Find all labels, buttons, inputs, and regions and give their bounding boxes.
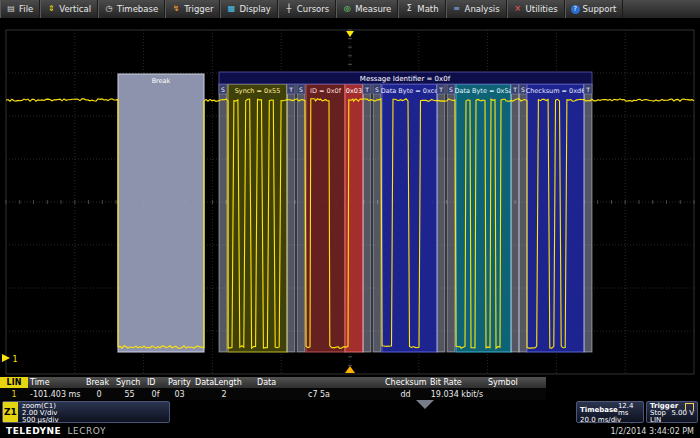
trigger-top-marker-icon <box>346 31 354 37</box>
decode-field-label: Data Byte = 0x5a <box>454 87 512 95</box>
menu-item-label: Timebase <box>117 4 158 14</box>
table-cell-checksum: dd <box>383 388 428 400</box>
decode-field-box <box>456 84 511 352</box>
brand-secondary: LECROY <box>68 426 106 436</box>
trigger-time-marker-icon <box>345 366 355 373</box>
zoom-panel[interactable]: Z1 zoom(C1) 2.00 V/div 500 µs/div <box>2 401 170 423</box>
decode-marker-label: T <box>288 86 293 93</box>
decode-table-header: LINTimeBreakSynchIDParityDataLengthDataC… <box>0 377 546 388</box>
menu-item-label: Vertical <box>59 4 91 14</box>
cursors-icon: ┼ <box>284 5 294 13</box>
waveform-display[interactable]: BreakSSynch = 0x55TSID = 0x0f0x03TSData … <box>0 18 700 377</box>
display-icon: ▦ <box>226 5 236 13</box>
table-cell-break: 0 <box>84 388 114 400</box>
decode-marker-label: S <box>299 86 303 93</box>
table-header-datalength: DataLength <box>193 377 255 388</box>
decode-field-box <box>306 84 345 352</box>
trigger-source: LIN <box>650 417 661 424</box>
menu-item-timebase[interactable]: ◷Timebase <box>98 0 165 18</box>
menu-item-support[interactable]: ?Support <box>565 0 624 18</box>
trigger-icon: ↯ <box>171 5 181 13</box>
menu-item-label: Display <box>239 4 270 14</box>
menu-item-label: Math <box>417 4 438 14</box>
decode-marker-label: T <box>512 86 517 93</box>
table-header-id: ID <box>145 377 166 388</box>
decode-marker <box>584 84 592 352</box>
channel1-marker-label: 1 <box>12 355 17 364</box>
decode-marker <box>297 84 305 352</box>
menu-item-file[interactable]: ▤File <box>0 0 40 18</box>
timebase-title: Timebase <box>580 407 618 414</box>
table-header-parity: Parity <box>166 377 193 388</box>
decode-field-label: ID = 0x0f <box>310 87 342 95</box>
table-cell-id: 0f <box>145 388 166 400</box>
decode-marker-label: T <box>364 86 369 93</box>
menu-item-analysis[interactable]: ≡Analysis <box>446 0 507 18</box>
table-cell-parity: 03 <box>166 388 193 400</box>
table-header-symbol: Symbol <box>486 377 546 388</box>
menu-item-utilities[interactable]: ×Utilities <box>507 0 565 18</box>
table-header-bit-rate: Bit Rate <box>428 377 486 388</box>
table-header-checksum: Checksum <box>383 377 428 388</box>
table-cell-datalength: 2 <box>193 388 255 400</box>
timebase-offset: 12.4 ms <box>618 403 640 417</box>
file-icon: ▤ <box>6 5 16 13</box>
math-icon: Σ <box>404 5 414 13</box>
menu-item-display[interactable]: ▦Display <box>220 0 277 18</box>
table-cell-synch: 55 <box>114 388 145 400</box>
menu-item-vertical[interactable]: ⇕Vertical <box>40 0 98 18</box>
table-cell-symbol <box>486 388 546 400</box>
decode-marker <box>373 84 381 352</box>
vertical-icon: ⇕ <box>46 5 56 13</box>
menu-bar: ▤File⇕Vertical◷Timebase↯Trigger▦Display┼… <box>0 0 700 19</box>
decode-marker <box>219 84 227 352</box>
trigger-panel[interactable]: Trigger Stop 5.00 V LIN <box>646 401 698 423</box>
table-header-break: Break <box>84 377 114 388</box>
support-icon: ? <box>571 5 580 14</box>
menu-item-label: Trigger <box>184 4 213 14</box>
decode-field-label: Checksum = 0xd6 <box>526 87 586 95</box>
menu-item-label: Cursors <box>297 4 329 14</box>
utilities-icon: × <box>513 5 523 13</box>
menu-item-cursors[interactable]: ┼Cursors <box>278 0 336 18</box>
menu-item-label: Measure <box>355 4 391 14</box>
trigger-level: 5.00 V <box>671 410 694 417</box>
menu-item-label: File <box>19 4 33 14</box>
table-cell-bitrate: 19.034 kbit/s <box>428 388 486 400</box>
brand-logo: TELEDYNE LECROY <box>6 426 106 436</box>
footer-bar: TELEDYNE LECROY 1/2/2014 3:44:02 PM <box>0 424 700 438</box>
decode-marker <box>287 84 295 352</box>
table-header-data: Data <box>255 377 383 388</box>
decode-marker-label: S <box>375 86 379 93</box>
menu-item-measure[interactable]: ◎Measure <box>336 0 398 18</box>
decode-marker <box>363 84 371 352</box>
message-identifier-label: Message Identifier = 0x0f <box>360 75 451 83</box>
decode-marker-label: S <box>521 86 525 93</box>
oscilloscope-app: ▤File⇕Vertical◷Timebase↯Trigger▦Display┼… <box>0 0 700 438</box>
decode-field-label: Data Byte = 0xce <box>381 87 438 95</box>
timebase-icon: ◷ <box>104 5 114 13</box>
decode-marker-label: T <box>438 86 443 93</box>
decode-marker <box>437 84 445 352</box>
decode-field-label: Synch = 0x55 <box>235 87 281 95</box>
timebase-panel[interactable]: Timebase 12.4 ms 20.0 ms/div 1 MS 5 MS/s <box>576 401 644 423</box>
analysis-icon: ≡ <box>452 5 462 13</box>
menu-item-label: Analysis <box>465 4 500 14</box>
table-header-time: Time <box>28 377 84 388</box>
decode-field-label: Break <box>152 77 171 85</box>
waveform-svg: BreakSSynch = 0x55TSID = 0x0f0x03TSData … <box>0 18 700 377</box>
decode-field-label: 0x03 <box>346 87 362 95</box>
decode-table: LINTimeBreakSynchIDParityDataLengthDataC… <box>0 377 546 400</box>
datetime-label: 1/2/2014 3:44:02 PM <box>610 427 694 436</box>
decode-marker-label: S <box>221 86 225 93</box>
decode-marker-label: T <box>585 86 590 93</box>
zoom-channel-badge[interactable]: Z1 <box>3 402 18 422</box>
table-channel-badge[interactable]: LIN <box>0 377 28 388</box>
menu-item-trigger[interactable]: ↯Trigger <box>165 0 220 18</box>
decode-marker <box>511 84 519 352</box>
status-bar: Z1 zoom(C1) 2.00 V/div 500 µs/div Timeba… <box>0 400 700 424</box>
menu-item-math[interactable]: ΣMath <box>398 0 445 18</box>
decode-table-row[interactable]: 1-101.403 ms0550f032c7 5add19.034 kbit/s <box>0 388 546 400</box>
table-expander-icon[interactable] <box>416 400 434 409</box>
brand-primary: TELEDYNE <box>6 426 61 436</box>
